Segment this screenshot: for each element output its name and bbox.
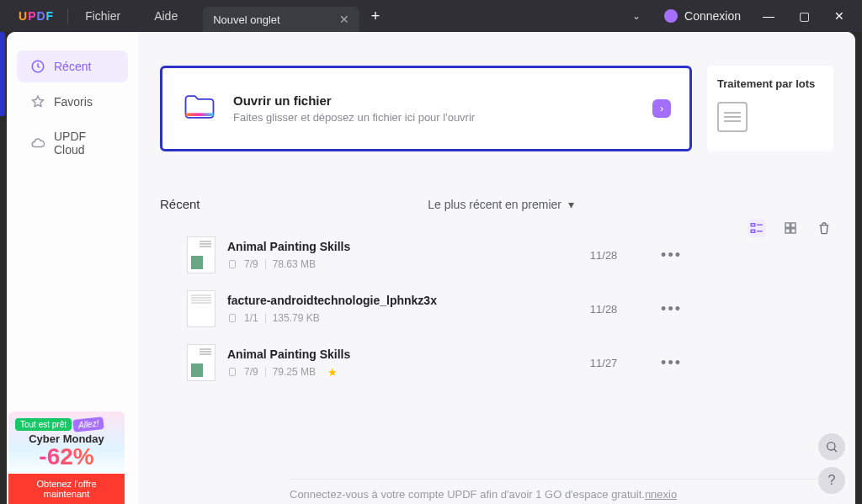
file-date: 11/27: [553, 357, 654, 369]
view-grid-button[interactable]: [781, 219, 800, 237]
delete-button[interactable]: [815, 219, 833, 237]
recent-heading: Récent: [160, 197, 200, 211]
svg-rect-11: [230, 315, 236, 322]
file-pages: 1/1: [244, 312, 258, 324]
cloud-icon: [30, 135, 45, 151]
sidebar-item-label: UPDF Cloud: [54, 130, 114, 157]
avatar: [664, 9, 678, 23]
svg-rect-3: [751, 230, 755, 232]
menu-file[interactable]: Fichier: [68, 0, 137, 32]
file-row[interactable]: facture-androidtechnologie_lphnkz3x 1/1 …: [160, 282, 692, 336]
help-button[interactable]: ?: [818, 467, 845, 494]
svg-rect-1: [186, 113, 214, 116]
file-name: Animal Painting Skills: [227, 240, 553, 253]
chevron-down-icon[interactable]: ⌄: [619, 10, 654, 22]
main-area: Ouvrir un fichier Faites glisser et dépo…: [138, 32, 855, 504]
tab-label: Nouvel onglet: [213, 13, 280, 26]
file-date: 11/28: [553, 249, 654, 262]
svg-rect-12: [230, 369, 236, 376]
file-size: 79.25 MB: [273, 366, 316, 378]
pages-icon: [227, 259, 237, 269]
svg-rect-8: [785, 229, 790, 233]
star-icon: ★: [327, 366, 338, 379]
svg-rect-10: [230, 261, 236, 268]
batch-icon: [717, 102, 748, 132]
file-pages: 7/9: [244, 258, 258, 270]
chevron-right-icon[interactable]: ›: [652, 99, 671, 118]
folder-icon: [181, 88, 218, 129]
caret-down-icon: ▾: [568, 198, 574, 211]
svg-rect-2: [751, 224, 755, 226]
svg-rect-6: [785, 223, 790, 227]
file-row[interactable]: Animal Painting Skills 7/9 78.63 MB 11/2…: [160, 228, 692, 282]
promo-discount: -62%: [15, 443, 118, 470]
window-close[interactable]: ✕: [822, 3, 857, 29]
svg-rect-9: [791, 229, 795, 233]
sidebar-item-label: Favoris: [54, 95, 93, 109]
login-label: Connexion: [684, 9, 741, 23]
file-size: 78.63 MB: [273, 258, 316, 270]
app-logo: UPDF: [5, 9, 67, 23]
file-thumbnail: [187, 344, 216, 381]
menu-help[interactable]: Aide: [137, 0, 194, 32]
login-button[interactable]: Connexion: [654, 9, 751, 23]
edge-highlight: [0, 32, 5, 116]
window-minimize[interactable]: —: [751, 3, 786, 29]
close-icon[interactable]: ✕: [339, 13, 349, 26]
view-list-button[interactable]: [748, 219, 766, 237]
open-file-card[interactable]: Ouvrir un fichier Faites glisser et dépo…: [160, 66, 692, 151]
svg-line-14: [834, 449, 837, 452]
promo-cta[interactable]: Obtenez l'offremaintenant: [8, 474, 125, 504]
app-body: Récent Favoris UPDF Cloud Ouvrir un fich…: [7, 32, 855, 504]
new-tab-button[interactable]: +: [359, 8, 392, 25]
file-name: Animal Painting Skills: [227, 347, 553, 361]
promo-pill: Allez!: [72, 416, 104, 432]
footer-link[interactable]: nnexio: [645, 488, 677, 501]
sidebar-item-favorites[interactable]: Favoris: [17, 86, 128, 118]
tab-new[interactable]: Nouvel onglet ✕: [203, 7, 359, 32]
file-size: 135.79 KB: [273, 312, 320, 324]
file-row[interactable]: Animal Painting Skills 7/9 79.25 MB ★ 11…: [160, 336, 692, 390]
more-icon[interactable]: •••: [654, 300, 689, 318]
pages-icon: [227, 313, 237, 323]
sidebar-item-recent[interactable]: Récent: [17, 50, 128, 82]
file-list: Animal Painting Skills 7/9 78.63 MB 11/2…: [160, 228, 692, 390]
file-name: facture-androidtechnologie_lphnkz3x: [227, 294, 553, 307]
svg-rect-7: [791, 223, 795, 227]
batch-card[interactable]: Traitement par lots: [707, 66, 833, 151]
file-thumbnail: [187, 290, 216, 327]
star-icon: [30, 94, 45, 109]
sort-dropdown[interactable]: Le plus récent en premier ▾: [428, 198, 574, 211]
svg-point-13: [827, 443, 835, 450]
file-pages: 7/9: [244, 366, 258, 378]
window-maximize[interactable]: ▢: [786, 3, 822, 29]
file-date: 11/28: [553, 303, 654, 316]
file-thumbnail: [187, 236, 216, 273]
more-icon[interactable]: •••: [654, 247, 689, 264]
footer-message: Connectez-vous à votre compte UPDF afin …: [290, 479, 822, 501]
more-icon[interactable]: •••: [654, 354, 689, 372]
clock-icon: [30, 59, 45, 74]
pages-icon: [227, 367, 237, 377]
sidebar-item-cloud[interactable]: UPDF Cloud: [17, 121, 128, 165]
search-button[interactable]: [818, 433, 845, 460]
batch-title: Traitement par lots: [717, 77, 823, 90]
title-bar: UPDF Fichier Aide Nouvel onglet ✕ + ⌄ Co…: [0, 0, 862, 32]
open-file-subtitle: Faites glisser et déposez un fichier ici…: [233, 111, 475, 124]
promo-banner[interactable]: Tout est prêt Allez! Cyber Monday -62% O…: [8, 411, 125, 504]
open-file-title: Ouvrir un fichier: [233, 93, 475, 108]
promo-pill: Tout est prêt: [15, 418, 72, 431]
sidebar-item-label: Récent: [54, 60, 91, 73]
